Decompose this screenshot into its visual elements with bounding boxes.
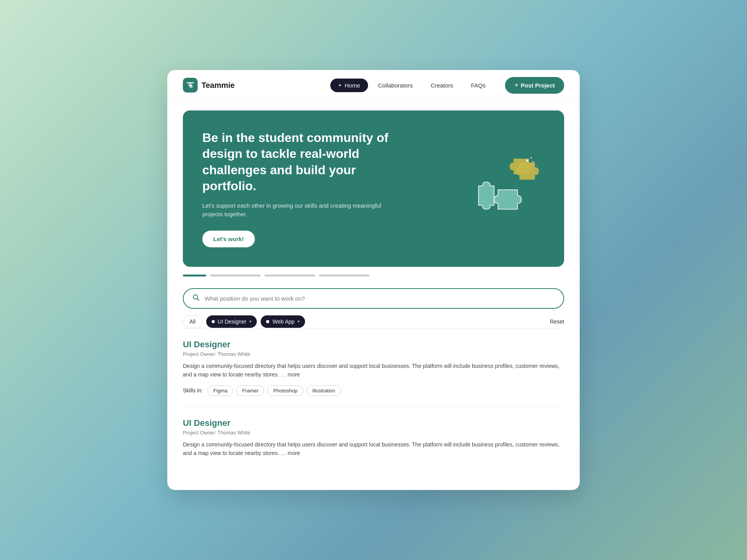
nav-item-home[interactable]: Home bbox=[330, 79, 368, 92]
filter-all-button[interactable]: All bbox=[183, 315, 202, 328]
post-project-button[interactable]: Post Project bbox=[505, 77, 564, 94]
filter-dot-ui-designer bbox=[212, 320, 215, 323]
job-listing-1: UI Designer Project Owner: Thomas White … bbox=[183, 328, 564, 407]
logo-icon bbox=[183, 78, 198, 93]
svg-point-1 bbox=[530, 157, 532, 159]
chevron-down-icon-ui-designer: ▾ bbox=[249, 319, 251, 324]
job-description-1: Design a community-focused directory tha… bbox=[183, 362, 564, 379]
filter-chip-ui-designer[interactable]: UI Designer ▾ bbox=[206, 315, 257, 328]
project-owner-2: Project Owner: Thomas White bbox=[183, 430, 564, 436]
app-name: Teammie bbox=[202, 81, 235, 90]
svg-point-0 bbox=[526, 159, 528, 162]
carousel-dots bbox=[183, 275, 564, 276]
skill-chip-photoshop[interactable]: Photoshop bbox=[267, 385, 303, 396]
filter-reset-button[interactable]: Reset bbox=[550, 318, 564, 325]
search-icon bbox=[192, 294, 200, 303]
search-input[interactable] bbox=[205, 295, 555, 302]
nav-item-faqs[interactable]: FAQs bbox=[463, 79, 493, 92]
carousel-dot-3[interactable] bbox=[265, 275, 315, 276]
main-content: Be in the student community of design to… bbox=[167, 110, 580, 475]
skill-chip-figma[interactable]: Figma bbox=[207, 385, 233, 396]
skill-chip-framer[interactable]: Framer bbox=[236, 385, 264, 396]
svg-point-2 bbox=[532, 161, 534, 163]
filter-chip-label-ui-designer: UI Designer bbox=[218, 318, 247, 325]
skills-label-1: Skills in: bbox=[183, 387, 203, 394]
more-link-2[interactable]: more bbox=[288, 450, 300, 456]
carousel-dot-2[interactable] bbox=[210, 275, 261, 276]
logo-area: Teammie bbox=[183, 78, 235, 93]
job-description-2: Design a community-focused directory tha… bbox=[183, 440, 564, 458]
hero-subtitle: Let's support each other in growing our … bbox=[202, 201, 397, 219]
filters-row: All UI Designer ▾ Web App ▾ Reset bbox=[183, 315, 564, 328]
hero-card: Be in the student community of design to… bbox=[183, 110, 564, 267]
hero-cta-button[interactable]: Let's work! bbox=[202, 231, 255, 247]
more-link-1[interactable]: more bbox=[288, 371, 300, 378]
carousel-dot-4[interactable] bbox=[319, 275, 370, 276]
project-owner-1: Project Owner: Thomas White bbox=[183, 351, 564, 357]
filter-dot-web-app bbox=[266, 320, 269, 323]
job-listing-2: UI Designer Project Owner: Thomas White … bbox=[183, 407, 564, 475]
skills-row-1: Skills in: Figma Framer Photoshop Illust… bbox=[183, 385, 564, 396]
hero-illustration bbox=[467, 155, 545, 222]
chevron-down-icon-web-app: ▾ bbox=[298, 319, 300, 324]
carousel-dot-1[interactable] bbox=[183, 275, 206, 276]
app-window: Teammie Home Collaborators Creators FAQs… bbox=[167, 70, 580, 490]
nav-item-creators[interactable]: Creators bbox=[423, 79, 461, 92]
navbar: Teammie Home Collaborators Creators FAQs… bbox=[167, 70, 580, 101]
hero-text-area: Be in the student community of design to… bbox=[202, 130, 397, 247]
job-title-1[interactable]: UI Designer bbox=[183, 340, 564, 350]
nav-item-collaborators[interactable]: Collaborators bbox=[370, 79, 421, 92]
hero-title: Be in the student community of design to… bbox=[202, 130, 397, 194]
nav-links: Home Collaborators Creators FAQs bbox=[330, 79, 493, 92]
skill-chip-illustration[interactable]: Illustration bbox=[307, 385, 341, 396]
filter-chip-web-app[interactable]: Web App ▾ bbox=[261, 315, 305, 328]
search-bar bbox=[183, 288, 564, 309]
job-title-2[interactable]: UI Designer bbox=[183, 418, 564, 428]
filter-chip-label-web-app: Web App bbox=[272, 318, 295, 325]
